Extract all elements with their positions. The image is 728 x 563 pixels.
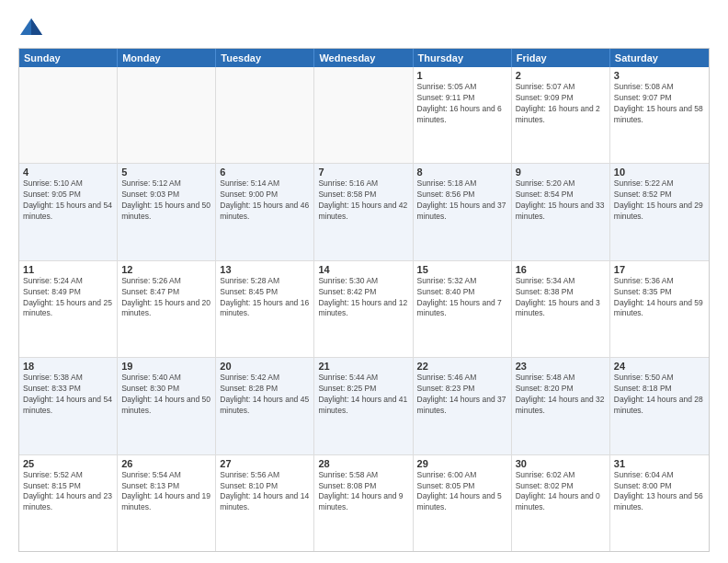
logo-icon (18, 15, 44, 40)
cell-info: Sunrise: 6:04 AMSunset: 8:00 PMDaylight:… (614, 470, 703, 512)
cell-info: Sunrise: 5:54 AMSunset: 8:13 PMDaylight:… (121, 470, 210, 512)
calendar-cell: 7 Sunrise: 5:16 AMSunset: 8:58 PMDayligh… (314, 164, 413, 259)
cell-date: 29 (417, 458, 507, 469)
cell-date: 21 (318, 361, 408, 372)
calendar-cell: 31 Sunrise: 6:04 AMSunset: 8:00 PMDaylig… (610, 455, 709, 551)
cell-info: Sunrise: 5:12 AMSunset: 9:03 PMDaylight:… (121, 178, 210, 221)
day-header-tuesday: Tuesday (216, 49, 314, 67)
calendar-cell: 20 Sunrise: 5:42 AMSunset: 8:28 PMDaylig… (216, 358, 314, 454)
cell-date: 8 (417, 167, 507, 178)
cell-date: 4 (23, 167, 113, 178)
header (18, 15, 710, 40)
calendar-cell: 2 Sunrise: 5:07 AMSunset: 9:09 PMDayligh… (512, 67, 610, 163)
cell-date: 9 (516, 167, 606, 178)
cell-info: Sunrise: 5:46 AMSunset: 8:23 PMDaylight:… (417, 373, 506, 415)
cell-date: 22 (417, 361, 507, 372)
logo (18, 15, 48, 40)
cell-info: Sunrise: 5:18 AMSunset: 8:56 PMDaylight:… (417, 178, 506, 221)
cell-info: Sunrise: 6:02 AMSunset: 8:02 PMDaylight:… (516, 470, 600, 512)
calendar-cell: 6 Sunrise: 5:14 AMSunset: 9:00 PMDayligh… (216, 164, 314, 259)
cell-date: 17 (614, 264, 705, 275)
cell-date: 15 (417, 264, 507, 275)
cell-info: Sunrise: 5:38 AMSunset: 8:33 PMDaylight:… (23, 373, 112, 415)
cell-date: 31 (614, 458, 705, 469)
calendar-week-1: 1 Sunrise: 5:05 AMSunset: 9:11 PMDayligh… (19, 67, 709, 164)
cell-date: 14 (318, 264, 408, 275)
cell-info: Sunrise: 5:20 AMSunset: 8:54 PMDaylight:… (516, 178, 605, 221)
calendar-cell: 21 Sunrise: 5:44 AMSunset: 8:25 PMDaylig… (314, 358, 413, 454)
day-header-saturday: Saturday (610, 49, 709, 67)
cell-date: 19 (121, 361, 211, 372)
cell-date: 23 (516, 361, 606, 372)
calendar-cell: 25 Sunrise: 5:52 AMSunset: 8:15 PMDaylig… (19, 455, 118, 551)
cell-date: 2 (516, 70, 606, 81)
cell-date: 24 (614, 361, 705, 372)
cell-date: 11 (23, 264, 113, 275)
calendar-week-5: 25 Sunrise: 5:52 AMSunset: 8:15 PMDaylig… (19, 455, 709, 551)
calendar-cell: 15 Sunrise: 5:32 AMSunset: 8:40 PMDaylig… (414, 261, 512, 357)
cell-info: Sunrise: 5:28 AMSunset: 8:45 PMDaylight:… (220, 276, 309, 318)
calendar-cell: 12 Sunrise: 5:26 AMSunset: 8:47 PMDaylig… (118, 261, 216, 357)
calendar-cell: 5 Sunrise: 5:12 AMSunset: 9:03 PMDayligh… (118, 164, 216, 259)
calendar-cell: 22 Sunrise: 5:46 AMSunset: 8:23 PMDaylig… (414, 358, 512, 454)
cell-info: Sunrise: 5:14 AMSunset: 9:00 PMDaylight:… (220, 178, 309, 221)
calendar-cell (118, 67, 216, 163)
calendar-week-2: 4 Sunrise: 5:10 AMSunset: 9:05 PMDayligh… (19, 164, 709, 260)
cell-info: Sunrise: 5:24 AMSunset: 8:49 PMDaylight:… (23, 276, 112, 318)
cell-info: Sunrise: 5:26 AMSunset: 8:47 PMDaylight:… (121, 276, 210, 318)
cell-date: 27 (220, 458, 310, 469)
calendar-cell: 17 Sunrise: 5:36 AMSunset: 8:35 PMDaylig… (610, 261, 709, 357)
cell-date: 1 (417, 70, 507, 81)
calendar-cell: 13 Sunrise: 5:28 AMSunset: 8:45 PMDaylig… (216, 261, 314, 357)
calendar-week-3: 11 Sunrise: 5:24 AMSunset: 8:49 PMDaylig… (19, 261, 709, 358)
calendar-cell: 28 Sunrise: 5:58 AMSunset: 8:08 PMDaylig… (314, 455, 413, 551)
calendar-cell: 11 Sunrise: 5:24 AMSunset: 8:49 PMDaylig… (19, 261, 118, 357)
cell-date: 13 (220, 264, 310, 275)
cell-date: 16 (516, 264, 606, 275)
cell-info: Sunrise: 5:50 AMSunset: 8:18 PMDaylight:… (614, 373, 703, 415)
calendar-cell: 4 Sunrise: 5:10 AMSunset: 9:05 PMDayligh… (19, 164, 118, 259)
calendar-cell: 3 Sunrise: 5:08 AMSunset: 9:07 PMDayligh… (610, 67, 709, 163)
calendar-cell: 16 Sunrise: 5:34 AMSunset: 8:38 PMDaylig… (512, 261, 610, 357)
cell-info: Sunrise: 5:08 AMSunset: 9:07 PMDaylight:… (614, 82, 703, 124)
calendar-cell: 27 Sunrise: 5:56 AMSunset: 8:10 PMDaylig… (216, 455, 314, 551)
cell-date: 20 (220, 361, 310, 372)
cell-date: 6 (220, 167, 310, 178)
calendar-cell: 26 Sunrise: 5:54 AMSunset: 8:13 PMDaylig… (118, 455, 216, 551)
cell-info: Sunrise: 5:48 AMSunset: 8:20 PMDaylight:… (516, 373, 605, 415)
cell-date: 7 (318, 167, 408, 178)
calendar-cell: 8 Sunrise: 5:18 AMSunset: 8:56 PMDayligh… (414, 164, 512, 259)
calendar-cell: 14 Sunrise: 5:30 AMSunset: 8:42 PMDaylig… (314, 261, 413, 357)
calendar-body: 1 Sunrise: 5:05 AMSunset: 9:11 PMDayligh… (19, 67, 709, 551)
cell-info: Sunrise: 5:42 AMSunset: 8:28 PMDaylight:… (220, 373, 309, 415)
cell-info: Sunrise: 6:00 AMSunset: 8:05 PMDaylight:… (417, 470, 502, 512)
cell-info: Sunrise: 5:44 AMSunset: 8:25 PMDaylight:… (318, 373, 407, 415)
day-header-thursday: Thursday (414, 49, 512, 67)
calendar-cell (314, 67, 413, 163)
cell-date: 3 (614, 70, 705, 81)
calendar-cell: 1 Sunrise: 5:05 AMSunset: 9:11 PMDayligh… (414, 67, 512, 163)
cell-info: Sunrise: 5:52 AMSunset: 8:15 PMDaylight:… (23, 470, 112, 512)
calendar-cell (216, 67, 314, 163)
calendar-header: SundayMondayTuesdayWednesdayThursdayFrid… (19, 49, 709, 67)
calendar-cell: 30 Sunrise: 6:02 AMSunset: 8:02 PMDaylig… (512, 455, 610, 551)
cell-info: Sunrise: 5:40 AMSunset: 8:30 PMDaylight:… (121, 373, 210, 415)
cell-info: Sunrise: 5:07 AMSunset: 9:09 PMDaylight:… (516, 82, 600, 124)
cell-date: 12 (121, 264, 211, 275)
cell-info: Sunrise: 5:16 AMSunset: 8:58 PMDaylight:… (318, 178, 407, 221)
cell-date: 28 (318, 458, 408, 469)
cell-info: Sunrise: 5:58 AMSunset: 8:08 PMDaylight:… (318, 470, 403, 512)
calendar-cell: 19 Sunrise: 5:40 AMSunset: 8:30 PMDaylig… (118, 358, 216, 454)
day-header-wednesday: Wednesday (314, 49, 413, 67)
cell-date: 18 (23, 361, 113, 372)
cell-info: Sunrise: 5:32 AMSunset: 8:40 PMDaylight:… (417, 276, 502, 318)
calendar-week-4: 18 Sunrise: 5:38 AMSunset: 8:33 PMDaylig… (19, 358, 709, 454)
cell-date: 25 (23, 458, 113, 469)
day-header-sunday: Sunday (19, 49, 118, 67)
day-header-friday: Friday (512, 49, 610, 67)
calendar-cell: 29 Sunrise: 6:00 AMSunset: 8:05 PMDaylig… (414, 455, 512, 551)
cell-date: 10 (614, 167, 705, 178)
cell-info: Sunrise: 5:56 AMSunset: 8:10 PMDaylight:… (220, 470, 309, 512)
calendar-cell: 24 Sunrise: 5:50 AMSunset: 8:18 PMDaylig… (610, 358, 709, 454)
cell-info: Sunrise: 5:10 AMSunset: 9:05 PMDaylight:… (23, 178, 112, 221)
